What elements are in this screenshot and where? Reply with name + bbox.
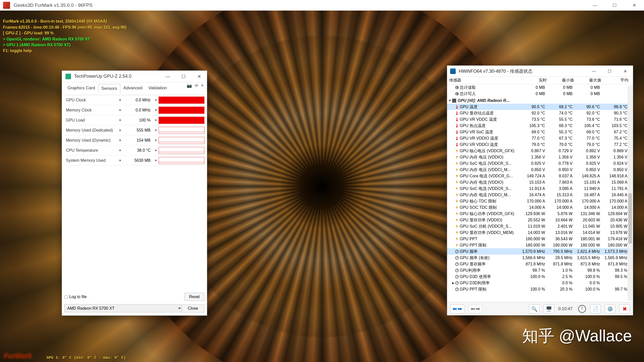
gpuz-sensor-row: Memory Used (Dedicated)▼555 MB▼ (64, 125, 204, 135)
gpuz-maximize-button[interactable]: ☐ (176, 71, 191, 82)
tab-sensors[interactable]: Sensors (98, 84, 120, 93)
hwinfo-sensor-row[interactable]: GPU 显存结点温度92.0 °C74.0 °C92.0 °C90.3 °C (447, 110, 632, 116)
reset-button[interactable]: Reset (184, 293, 204, 301)
hwinfo-sensor-row[interactable]: GPU VR VDDCI 温度79.0 °C70.0 °C79.0 °C77.2… (447, 141, 632, 148)
hwinfo-sensor-row[interactable]: GPU VR SoC 温度69.0 °C55.3 °C69.0 °C67.2 °… (447, 129, 632, 135)
gpuz-screenshot-icon[interactable]: 📷 (187, 83, 192, 88)
sensor-graph (159, 97, 204, 104)
tab-advanced[interactable]: Advanced (120, 84, 146, 93)
hwinfo-sensor-row[interactable]: GPU 温度90.5 °C68.2 °C90.6 °C88.9 °C (447, 104, 632, 110)
nav-collapse-button[interactable]: ⬅➡ (468, 304, 482, 313)
hwinfo-sensor-row[interactable]: GPU 频率 (有效)1,566.6 MHz28.5 MHz1,615.5 MH… (447, 255, 632, 261)
gpuz-sensor-row: GPU Load▼100 %▼ (64, 115, 204, 125)
hwinfo-sensor-row[interactable]: GPU 核心 TDC 限制170.000 A170.000 A170.000 A… (447, 198, 632, 204)
hwinfo-title: HWiNFO64 v7.30-4870 - 传感器状态 (459, 68, 532, 74)
sensor-dropdown-icon[interactable]: ▼ (153, 129, 159, 132)
hwinfo-sensor-row[interactable]: GPU 核心电压 (VDDCR_GFX)0.867 V0.729 V0.892 … (447, 148, 632, 154)
sensor-graph (159, 127, 204, 134)
sensor-label: Memory Used (Dedicated) (64, 128, 117, 133)
hwinfo-sensor-row[interactable]: GPU Core 电流 (VDDCR_G...149.724 A8.037 A1… (447, 173, 632, 179)
sensor-dropdown-icon[interactable]: ▼ (117, 149, 123, 152)
gpuz-sensor-row: CPU Temperature▼38.0 °C▼ (64, 145, 204, 155)
sensor-dropdown-icon[interactable]: ▼ (153, 98, 159, 102)
gpuz-close-button[interactable]: ✕ (191, 71, 207, 82)
hwinfo-sensor-row[interactable]: GPU 频率1,570.9 MHz795.5 MHz1,621.4 MHz1,5… (447, 248, 632, 255)
hwinfo-sensor-row[interactable]: ▸ GPU D3D利用率0.0 %0.0 % (447, 280, 632, 286)
nav-back-forward-button[interactable]: ⬅➡ (450, 304, 464, 313)
hwinfo-sensor-row[interactable]: GPU SoC 电流 (VDDCR_S...11.913 A3.085 A11.… (447, 185, 632, 192)
hwinfo-sensor-row[interactable]: GPU SoC 电压 (VDDCR_S...0.925 V0.778 V0.92… (447, 160, 632, 167)
hwinfo-sensor-row[interactable]: GPU 内存 电压 (VDDCI_M...0.850 V0.850 V0.850… (447, 167, 632, 173)
sensor-dropdown-icon[interactable]: ▼ (117, 129, 123, 132)
sensor-dropdown-icon[interactable]: ▼ (153, 139, 159, 142)
sensor-dropdown-icon[interactable]: ▼ (153, 108, 159, 112)
hwinfo-sensor-row[interactable]: GPU 显存功率 (VDDCI_MEM)14.003 W13.016 W14.0… (447, 229, 632, 236)
exit-button[interactable]: ✖ (619, 304, 630, 313)
close-button[interactable]: ✕ (624, 0, 644, 11)
sensor-dropdown-icon[interactable]: ▼ (117, 98, 123, 102)
hwinfo-minimize-button[interactable]: — (586, 66, 602, 77)
bolt-icon (455, 155, 459, 159)
hwinfo-sensor-row[interactable]: GPU 内存 电流 (VDDIO)15.153 A7.863 A15.191 A… (447, 179, 632, 185)
gpuz-close-window-button[interactable]: Close (182, 304, 204, 312)
hwinfo-sensor-row[interactable]: GPU 显存频率871.8 MHz871.8 MHz871.8 MHz871.8… (447, 261, 632, 267)
gpuz-minimize-button[interactable]: — (160, 71, 176, 82)
sensor-dropdown-icon[interactable]: ▼ (153, 149, 159, 152)
tab-graphics-card[interactable]: Graphics Card (64, 84, 98, 93)
expand-icon[interactable]: ▾ (449, 97, 451, 104)
hwinfo-total-row[interactable]: 总计读取0 MB0 MB0 MB (447, 84, 632, 91)
hwinfo-sensor-row[interactable]: GPU利用率99.7 %1.0 %99.8 %99.3 % (447, 267, 632, 273)
hwinfo-sensor-row[interactable]: GPU 热点温度105.3 °C68.3 °C105.4 °C103.5 °C (447, 123, 632, 129)
hwinfo-sensor-row[interactable]: GPU VR VDDC 温度73.5 °C55.5 °C73.6 °C71.6 … (447, 116, 632, 123)
hwinfo-maximize-button[interactable]: ☐ (602, 66, 617, 77)
clock-icon (578, 305, 586, 313)
hwinfo-sensor-row[interactable]: GPU SoC 功耗 (VDDCR_S...11.019 W2.401 W11.… (447, 223, 632, 229)
sensor-dropdown-icon[interactable]: ▼ (153, 118, 159, 122)
sensor-dropdown-icon[interactable]: ▼ (117, 118, 123, 122)
hwinfo-sensor-row[interactable]: GPU PPT 限制100.0 %20.3 %100.0 %99.7 % (447, 286, 632, 292)
hwinfo-sensor-row[interactable]: GPU 显存功率 (VDDIO)20.552 W10.664 W20.603 W… (447, 217, 632, 223)
sensor-graph (159, 137, 204, 144)
expand-icon[interactable]: ▸ (452, 280, 454, 286)
hwinfo-scrollbar[interactable] (628, 86, 632, 301)
hwinfo-sensor-row[interactable]: GPU PPT 限制180.000 W180.000 W180.000 W180… (447, 242, 632, 248)
bolt-icon (455, 149, 459, 153)
bolt-icon (455, 174, 459, 178)
bolt-icon (455, 168, 459, 172)
tab-validation[interactable]: Validation (146, 84, 170, 93)
hwinfo-sensor-list[interactable]: 总计读取0 MB0 MB0 MB总计写入0 MB0 MB0 MB▾GPU [#0… (447, 84, 633, 302)
scrollbar-thumb[interactable] (628, 193, 632, 244)
gpuz-window[interactable]: TechPowerUp GPU-Z 2.54.0 — ☐ ✕ Graphics … (62, 70, 207, 316)
gpuz-menu-icon[interactable]: ≡ (201, 83, 203, 88)
gpu-device-select[interactable]: AMD Radeon RX 5700 XT (64, 304, 182, 312)
search-button[interactable]: 🔍 (529, 304, 540, 313)
minimize-button[interactable]: — (585, 0, 605, 11)
bolt-icon (455, 181, 459, 184)
hwinfo-window[interactable]: HWiNFO64 v7.30-4870 - 传感器状态 — ☐ ✕ 传感器 实时… (447, 65, 633, 315)
hwinfo-sensor-row[interactable]: GPU 内存 电压 (VDDIO)1.356 V1.356 V1.356 V1.… (447, 154, 632, 160)
sensor-dropdown-icon[interactable]: ▼ (153, 159, 159, 162)
hwinfo-close-button[interactable]: ✕ (617, 66, 633, 77)
maximize-button[interactable]: ☐ (605, 0, 624, 11)
hwinfo-sensor-row[interactable]: GPU PPT180.000 W36.543 W180.001 W179.416… (447, 236, 632, 242)
log-button[interactable]: 📄 (590, 304, 601, 313)
gpuz-sensor-row: Memory Clock▼0.0 MHz▼ (64, 105, 204, 115)
hwinfo-sensor-row[interactable]: GPU SOC TDC 限制14.000 A14.000 A14.000 A14… (447, 204, 632, 211)
hwinfo-gpu-group[interactable]: ▾GPU [#0]: AMD Radeon R... (447, 97, 632, 104)
sensor-dropdown-icon[interactable]: ▼ (117, 108, 123, 112)
hwinfo-total-row[interactable]: 总计写入0 MB0 MB0 MB (447, 91, 632, 97)
hwinfo-sensor-row[interactable]: GPU D3D 使用率100.0 %2.5 %100.0 %99.5 % (447, 273, 632, 280)
settings-button[interactable]: ⚙️ (605, 304, 615, 313)
furmark-titlebar: Geeks3D FurMark v1.35.0.0 - 96FPS — ☐ ✕ (0, 0, 644, 11)
hwinfo-sensor-row[interactable]: GPU 核心功率 (VDDCR_GFX)129.936 W5.876 W131.… (447, 211, 632, 217)
elapsed-time: 0:10:47 (558, 306, 573, 311)
gpuz-refresh-icon[interactable]: ⟳ (195, 83, 198, 88)
hwinfo-sensor-row[interactable]: GPU VR VDDIO 温度77.0 °C67.3 °C77.0 °C75.4… (447, 135, 632, 141)
sensor-dropdown-icon[interactable]: ▼ (117, 159, 123, 162)
hwinfo-sensor-row[interactable]: GPU 内存 电流 (VDDCI_M...16.474 A15.313 A16.… (447, 192, 632, 198)
network-button[interactable]: 🖥️ (544, 304, 554, 313)
gpu-chip-icon (452, 99, 456, 103)
log-to-file-checkbox[interactable]: Log to file (64, 295, 87, 299)
clock-icon (455, 288, 459, 291)
sensor-dropdown-icon[interactable]: ▼ (117, 139, 123, 142)
